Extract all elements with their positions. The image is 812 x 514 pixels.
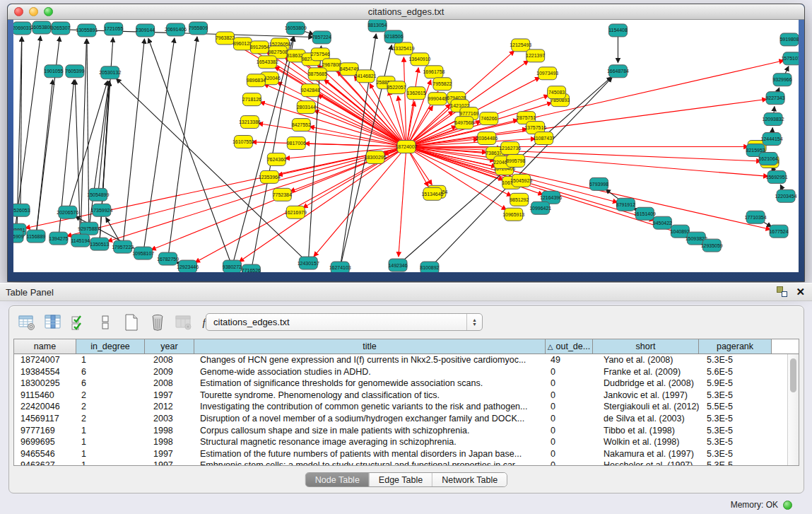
graph-node[interactable]: 7963822	[216, 32, 235, 45]
graph-node[interactable]: 15045923	[510, 174, 532, 187]
graph-node[interactable]: 16053806	[30, 21, 52, 34]
table-scrollbar-thumb[interactable]	[790, 358, 796, 392]
graph-node[interactable]: 1721055	[104, 23, 123, 35]
graph-node[interactable]: 20364486	[476, 132, 498, 145]
graph-node[interactable]: 8912954	[250, 41, 269, 54]
graph-node[interactable]: 15751074	[782, 52, 799, 65]
table-row[interactable]: 2242004622012Investigating the contribut…	[14, 401, 787, 413]
tab-node-table[interactable]: Node Table	[306, 473, 369, 486]
graph-node[interactable]: 8427552	[292, 119, 311, 132]
graph-node[interactable]: 15054899	[87, 188, 109, 201]
window-titlebar[interactable]: citations_edges.txt	[8, 4, 804, 20]
graph-node[interactable]: 15134645	[421, 187, 443, 200]
graph-node[interactable]: 9227343	[765, 92, 784, 105]
graph-node[interactable]: 7605399	[65, 65, 84, 78]
show-columns-icon[interactable]	[42, 312, 64, 333]
graph-node[interactable]: 16961758	[423, 66, 445, 78]
graph-node[interactable]: 6497568	[454, 117, 473, 129]
graph-node[interactable]: 5919808	[779, 33, 799, 46]
column-header-title[interactable]: title	[194, 339, 546, 354]
graph-node[interactable]: 746266	[480, 112, 498, 125]
rows-icon[interactable]	[95, 312, 116, 333]
graph-node[interactable]: 92975887	[78, 222, 100, 235]
graph-node[interactable]: 12162736	[499, 142, 521, 155]
graph-node[interactable]: 13213386	[239, 116, 261, 129]
table-row[interactable]: 1830029562008Estimation of significance …	[14, 378, 787, 390]
graph-node[interactable]: 9242848	[301, 84, 320, 97]
graph-node[interactable]: 12430157	[298, 257, 319, 269]
graph-node[interactable]: 16107552	[233, 136, 254, 148]
graph-node[interactable]: 7716526	[242, 264, 261, 272]
table-settings-icon[interactable]	[16, 312, 37, 333]
tab-edge-table[interactable]: Edge Table	[369, 473, 432, 486]
graph-node[interactable]: 7624360	[267, 153, 286, 165]
graph-node[interactable]: 16216979	[285, 206, 307, 218]
graph-node[interactable]: 8813054	[367, 20, 387, 32]
column-header-name[interactable]: name	[14, 339, 76, 354]
table-row[interactable]: 1456911722003Disruption of a novel membe…	[14, 413, 787, 425]
graph-node[interactable]: 1492346	[388, 259, 407, 271]
graph-node[interactable]: 1221397	[526, 49, 545, 62]
column-header-out_de[interactable]: △out_de...	[546, 339, 593, 354]
graph-node[interactable]: 1156889	[27, 230, 46, 243]
graph-node[interactable]: 17957222	[112, 240, 134, 253]
graph-node[interactable]: 7752384	[273, 188, 292, 201]
graph-node[interactable]: 16053809	[285, 22, 307, 35]
tab-network-table[interactable]: Network Table	[432, 473, 507, 486]
table-row[interactable]: 1938455462009Genome-wide association stu…	[14, 366, 787, 378]
table-selector[interactable]: citations_edges.txt ▲▼	[206, 313, 483, 331]
graph-node[interactable]: 16648784	[607, 65, 629, 78]
graph-node[interactable]: 7955822	[433, 78, 452, 90]
graph-node[interactable]: 1145194	[71, 234, 90, 247]
table-row[interactable]: 1872400712008Changes of HCN gene express…	[14, 354, 787, 366]
graph-node[interactable]: 9990448	[428, 93, 447, 105]
graph-node[interactable]: 1677524	[769, 225, 788, 238]
column-header-in_degree[interactable]: in_degree	[76, 339, 145, 354]
graph-node[interactable]: 9817006	[287, 137, 306, 150]
table-row[interactable]: 946362711997Embryonic stem cells: a mode…	[14, 460, 787, 465]
graph-node[interactable]: 16782759	[157, 252, 179, 265]
graph-node[interactable]: 10973493	[536, 67, 558, 80]
graph-node[interactable]: 9851292	[510, 193, 529, 206]
graph-node[interactable]: 13640910	[408, 53, 430, 66]
graph-node[interactable]: 8995798	[506, 154, 525, 167]
graph-node[interactable]: 12353964	[259, 170, 281, 183]
graph-node[interactable]: 2526053	[13, 204, 30, 216]
column-header-pagerank[interactable]: pagerank	[699, 339, 772, 354]
graph-node[interactable]: 12923446	[177, 260, 199, 272]
graph-node[interactable]: 12444154	[761, 133, 783, 146]
graph-node[interactable]: 9329966	[772, 74, 792, 86]
column-header-short[interactable]: short	[593, 339, 699, 354]
graph-node[interactable]: 9265307	[51, 22, 70, 35]
graph-node[interactable]: 12935059	[701, 239, 723, 252]
graph-node[interactable]: 9450422	[653, 216, 672, 229]
graph-node[interactable]: 3875685	[308, 68, 327, 81]
graph-node[interactable]: 15692951	[766, 170, 788, 183]
graph-node[interactable]: 12203454	[775, 189, 797, 202]
graph-node[interactable]: 2069031	[13, 22, 32, 35]
delete-icon[interactable]	[147, 312, 168, 333]
graph-node[interactable]: 2803144	[297, 101, 316, 114]
graph-node[interactable]: 745083	[548, 86, 566, 99]
graph-node[interactable]: 1362615	[406, 87, 425, 100]
graph-node[interactable]: 1350513	[90, 238, 109, 250]
graph-node[interactable]: 8100892	[420, 262, 439, 272]
graph-node[interactable]: 2718126	[242, 93, 261, 106]
table-row[interactable]: 977716911998Corpus callosum shape and si…	[14, 425, 787, 437]
graph-node[interactable]: 24146821	[355, 70, 377, 83]
graph-node[interactable]: 2309144	[136, 24, 155, 37]
network-view-canvas[interactable]: 1872400779638228960128891295415226058982…	[13, 20, 799, 272]
column-header-year[interactable]: year	[145, 339, 194, 354]
graph-node[interactable]: 7955809	[189, 22, 208, 35]
float-panel-icon[interactable]	[777, 286, 787, 297]
graph-node[interactable]: 1621064	[759, 152, 778, 165]
select-columns-icon[interactable]	[69, 312, 90, 333]
graph-node[interactable]: 18300295	[365, 151, 387, 163]
graph-node[interactable]: 1901055	[44, 65, 63, 78]
graph-node[interactable]: 9896834	[247, 74, 266, 87]
graph-node[interactable]: 9380272	[223, 260, 242, 272]
graph-node[interactable]: 1394275	[49, 232, 68, 245]
memory-status-indicator[interactable]	[783, 501, 792, 510]
graph-node[interactable]: 13055891	[76, 24, 98, 37]
graph-node[interactable]: 11087437	[533, 132, 555, 145]
